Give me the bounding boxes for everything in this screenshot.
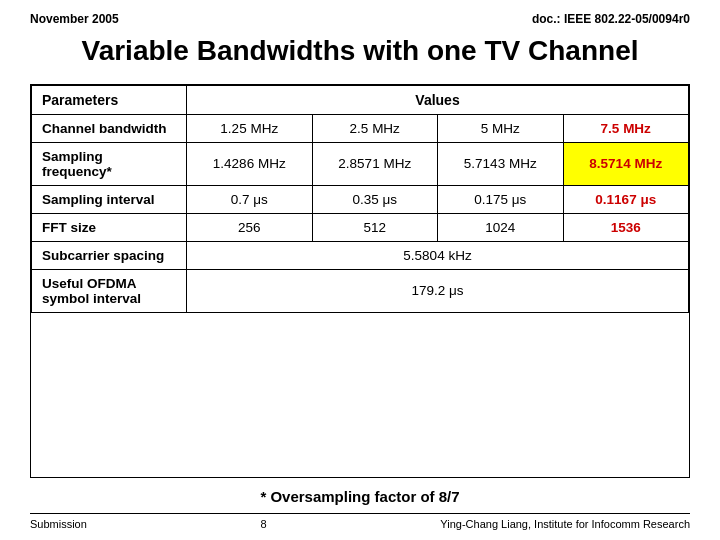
cell-bw-75: 7.5 MHz bbox=[563, 114, 689, 142]
cell-si-5: 0.175 μs bbox=[438, 185, 564, 213]
table-row: FFT size 256 512 1024 1536 bbox=[32, 213, 689, 241]
cell-si-125: 0.7 μs bbox=[187, 185, 313, 213]
cell-subcarrier-merged: 5.5804 kHz bbox=[187, 241, 689, 269]
data-table-wrapper: Parameters Values Channel bandwidth 1.25… bbox=[30, 84, 690, 478]
bandwidth-table: Parameters Values Channel bandwidth 1.25… bbox=[31, 85, 689, 313]
footnote: * Oversampling factor of 8/7 bbox=[30, 488, 690, 505]
cell-fft-5: 1024 bbox=[438, 213, 564, 241]
cell-si-25: 0.35 μs bbox=[312, 185, 438, 213]
document-header: November 2005 doc.: IEEE 802.22-05/0094r… bbox=[30, 12, 690, 26]
cell-sf-25: 2.8571 MHz bbox=[312, 142, 438, 185]
cell-sf-75: 8.5714 MHz bbox=[563, 142, 689, 185]
cell-bw-125: 1.25 MHz bbox=[187, 114, 313, 142]
cell-fft-75: 1536 bbox=[563, 213, 689, 241]
row-label-sampling-interval: Sampling interval bbox=[32, 185, 187, 213]
row-label-subcarrier: Subcarrier spacing bbox=[32, 241, 187, 269]
footer-bar: Submission 8 Ying-Chang Liang, Institute… bbox=[30, 513, 690, 530]
page-title: Variable Bandwidths with one TV Channel bbox=[30, 34, 690, 68]
row-label-sampling-freq: Sampling frequency* bbox=[32, 142, 187, 185]
doc-id-label: doc.: IEEE 802.22-05/0094r0 bbox=[532, 12, 690, 26]
cell-sf-125: 1.4286 MHz bbox=[187, 142, 313, 185]
params-header: Parameters bbox=[32, 85, 187, 114]
cell-bw-25: 2.5 MHz bbox=[312, 114, 438, 142]
footer-right: Ying-Chang Liang, Institute for Infocomm… bbox=[440, 518, 690, 530]
values-header: Values bbox=[187, 85, 689, 114]
page: November 2005 doc.: IEEE 802.22-05/0094r… bbox=[0, 0, 720, 540]
cell-si-75: 0.1167 μs bbox=[563, 185, 689, 213]
table-row: Useful OFDMA symbol interval 179.2 μs bbox=[32, 269, 689, 312]
row-label-ofdma: Useful OFDMA symbol interval bbox=[32, 269, 187, 312]
row-label-fft: FFT size bbox=[32, 213, 187, 241]
table-row: Sampling interval 0.7 μs 0.35 μs 0.175 μ… bbox=[32, 185, 689, 213]
table-row: Sampling frequency* 1.4286 MHz 2.8571 MH… bbox=[32, 142, 689, 185]
cell-bw-5: 5 MHz bbox=[438, 114, 564, 142]
footer-page-number: 8 bbox=[87, 518, 440, 530]
cell-ofdma-merged: 179.2 μs bbox=[187, 269, 689, 312]
table-row: Subcarrier spacing 5.5804 kHz bbox=[32, 241, 689, 269]
table-row: Channel bandwidth 1.25 MHz 2.5 MHz 5 MHz… bbox=[32, 114, 689, 142]
row-label-channel-bw: Channel bandwidth bbox=[32, 114, 187, 142]
footer-left: Submission bbox=[30, 518, 87, 530]
cell-sf-5: 5.7143 MHz bbox=[438, 142, 564, 185]
cell-fft-125: 256 bbox=[187, 213, 313, 241]
table-header-row: Parameters Values bbox=[32, 85, 689, 114]
date-label: November 2005 bbox=[30, 12, 119, 26]
cell-fft-25: 512 bbox=[312, 213, 438, 241]
